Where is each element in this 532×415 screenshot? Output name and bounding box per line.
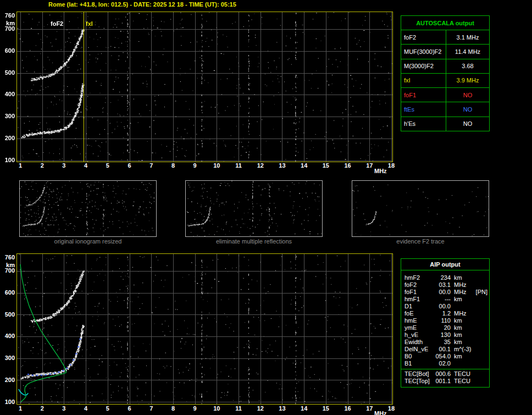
x-tick-label-bottom: 1 (13, 405, 28, 412)
aip-param-value: 02.0 (433, 360, 451, 367)
y-tick-label-top: 300 (0, 113, 15, 119)
aip-param-value: 00.0 (433, 303, 451, 310)
aip-param-unit: m^(-3) (454, 346, 475, 353)
x-tick-label-top: 6 (122, 162, 137, 169)
aip-param-value: 20 (433, 324, 451, 331)
autoscala-param-value: 3.68 (446, 59, 489, 73)
x-tick-label-bottom: 3 (56, 405, 71, 412)
y-tick-label-bottom: 200 (0, 377, 15, 383)
aip-param-unit: km (454, 274, 475, 281)
aip-param-note (487, 353, 489, 360)
x-tick-label-top: 8 (165, 162, 181, 169)
aip-param-name: D1 (404, 303, 433, 310)
y-tick-label-top: 500 (0, 69, 15, 76)
aip-table-title: AIP output (401, 259, 489, 270)
autoscala-window: Rome (lat: +41.8, lon: 012.5) - DATE: 20… (0, 0, 532, 415)
thumbnail-evidence-f2 (352, 180, 489, 237)
aip-param-value: 001.1 (433, 378, 451, 385)
aip-param-unit: MHz (454, 289, 475, 296)
autoscala-param-value: NO (446, 88, 489, 102)
aip-param-note (487, 274, 489, 281)
aip-param-note (487, 310, 489, 317)
x-tick-label-top: 14 (296, 162, 312, 169)
aip-param-value: 00.0 (433, 289, 451, 296)
x-tick-label-bottom: 4 (78, 405, 93, 412)
x-tick-label-bottom: 14 (296, 405, 312, 412)
aip-param-note: [PN] (476, 289, 489, 296)
aip-param-unit: km (454, 339, 475, 346)
y-tick-label-top: 600 (0, 47, 15, 54)
aip-param-unit: MHz (454, 310, 475, 317)
aip-param-value: 110 (433, 317, 451, 324)
autoscala-row-muf3000f2: MUF(3000)F211.4 MHz (401, 45, 489, 59)
fxI-marker-label: fxI (86, 20, 93, 27)
x-tick-label-top: 10 (209, 162, 224, 169)
aip-param-name: hmF1 (404, 296, 433, 303)
aip-param-note (487, 317, 489, 324)
thumbnail-caption: original ionogram resized (19, 238, 157, 245)
x-tick-label-top: 5 (100, 162, 115, 169)
x-tick-label-bottom: 16 (340, 405, 356, 412)
aip-row-delnve: DelN_vE00.1m^(-3) (401, 346, 489, 353)
aip-param-unit: km (454, 331, 475, 339)
autoscala-param-value: NO (446, 117, 489, 131)
aip-param-name: foF1 (404, 289, 433, 296)
x-tick-label-bottom: 8 (165, 405, 181, 412)
x-tick-label-bottom: 11 (231, 405, 246, 412)
ionogram-plot-bottom (16, 253, 393, 405)
y-tick-label-bottom: 500 (0, 311, 15, 318)
aip-tec-separator (401, 369, 489, 369)
aip-param-unit: km (454, 324, 475, 331)
aip-param-name: h_vE (404, 331, 433, 339)
aip-param-unit: km (454, 296, 475, 303)
aip-param-note (487, 281, 489, 289)
x-axis-unit-bottom: MHz (374, 410, 387, 415)
aip-param-value: 130 (433, 331, 451, 339)
aip-param-name: DelN_vE (404, 346, 433, 353)
aip-param-unit: TECU (454, 378, 475, 385)
aip-row-fof2: foF203.1MHz (401, 281, 489, 289)
y-tick-label-top: 400 (0, 91, 15, 97)
autoscala-row-fxi: fxI3.9 MHz (401, 74, 489, 88)
aip-param-note (487, 370, 489, 378)
y-tick-label-bottom: 400 (0, 333, 15, 339)
aip-param-unit (454, 360, 475, 367)
x-tick-label-top: 7 (143, 162, 159, 169)
y-axis-unit-bottom: km (0, 262, 15, 268)
autoscala-row-fof1: foF1NO (401, 88, 489, 102)
autoscala-row-m3000f2: M(3000)F23.68 (401, 59, 489, 74)
aip-row-tectop: TEC[Top]001.1TECU (401, 378, 489, 385)
thumbnail-eliminate-reflections (185, 180, 323, 237)
y-tick-label-bottom: 100 (0, 399, 15, 405)
aip-row-foe: foE1.2MHz (401, 310, 489, 317)
aip-param-note (487, 378, 489, 385)
aip-param-name: B0 (404, 353, 433, 360)
autoscala-table-rows: foF23.1 MHzMUF(3000)F211.4 MHzM(3000)F23… (401, 30, 489, 131)
autoscala-param-value: 11.4 MHz (446, 45, 489, 58)
aip-param-note (487, 324, 489, 331)
aip-param-name: foE (404, 310, 433, 317)
autoscala-param-value: 3.9 MHz (446, 74, 489, 87)
x-tick-label-top: 3 (56, 162, 71, 169)
thumbnail-caption: evidence F2 trace (352, 238, 489, 245)
aip-row-hme: hmE110km (401, 317, 489, 324)
aip-param-value: --- (433, 296, 451, 303)
x-tick-label-top: 4 (78, 162, 93, 169)
aip-param-note (487, 296, 489, 303)
aip-row-yme: ymE20km (401, 324, 489, 331)
thumbnail-canvas-original (20, 181, 156, 236)
aip-row-b1: B102.0 (401, 360, 489, 367)
x-tick-label-bottom: 5 (100, 405, 115, 412)
aip-param-name: hmE (404, 317, 433, 324)
aip-param-name: B1 (404, 360, 433, 367)
y-tick-label-bottom: 600 (0, 289, 15, 296)
x-tick-label-top: 12 (253, 162, 268, 169)
autoscala-row-hes: h'EsNO (401, 117, 489, 131)
autoscala-param-name: h'Es (401, 117, 446, 131)
aip-param-value: 054.0 (433, 353, 451, 360)
thumbnail-original-ionogram (19, 180, 157, 237)
aip-param-value: 000.6 (433, 370, 451, 378)
aip-param-name: TEC[Bot] (404, 370, 433, 378)
aip-param-name: foF2 (404, 281, 433, 289)
y-axis-unit-top: km (0, 20, 15, 26)
